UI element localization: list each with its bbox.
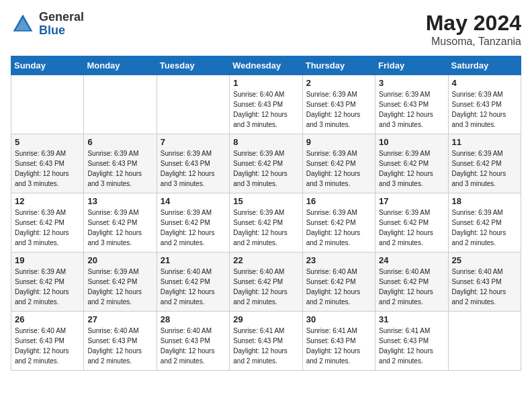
day-info: Sunrise: 6:41 AMSunset: 6:43 PMDaylight:… xyxy=(233,326,298,366)
day-info: Sunrise: 6:39 AMSunset: 6:42 PMDaylight:… xyxy=(15,267,80,307)
logo-icon xyxy=(11,12,35,36)
weekday-row: SundayMondayTuesdayWednesdayThursdayFrid… xyxy=(11,56,521,75)
day-info: Sunrise: 6:39 AMSunset: 6:43 PMDaylight:… xyxy=(379,89,444,130)
day-number: 17 xyxy=(379,196,444,206)
calendar-cell: 8Sunrise: 6:39 AMSunset: 6:42 PMDaylight… xyxy=(230,134,302,193)
day-info: Sunrise: 6:39 AMSunset: 6:43 PMDaylight:… xyxy=(452,89,517,130)
calendar-cell: 1Sunrise: 6:40 AMSunset: 6:43 PMDaylight… xyxy=(230,75,302,134)
day-number: 12 xyxy=(15,196,80,206)
calendar-cell xyxy=(157,75,229,134)
day-number: 8 xyxy=(233,137,298,147)
day-info: Sunrise: 6:39 AMSunset: 6:42 PMDaylight:… xyxy=(452,148,517,189)
day-number: 24 xyxy=(379,255,444,265)
calendar-cell: 31Sunrise: 6:41 AMSunset: 6:43 PMDayligh… xyxy=(375,312,448,371)
day-info: Sunrise: 6:39 AMSunset: 6:42 PMDaylight:… xyxy=(379,208,444,248)
calendar-table: SundayMondayTuesdayWednesdayThursdayFrid… xyxy=(11,56,521,371)
day-number: 1 xyxy=(233,78,298,88)
day-number: 15 xyxy=(233,196,298,206)
day-info: Sunrise: 6:39 AMSunset: 6:42 PMDaylight:… xyxy=(161,208,226,248)
day-number: 19 xyxy=(15,255,80,265)
calendar-cell: 17Sunrise: 6:39 AMSunset: 6:42 PMDayligh… xyxy=(375,193,448,253)
day-number: 3 xyxy=(379,78,444,88)
day-number: 23 xyxy=(306,255,371,265)
day-info: Sunrise: 6:40 AMSunset: 6:43 PMDaylight:… xyxy=(452,267,517,307)
calendar-cell: 15Sunrise: 6:39 AMSunset: 6:42 PMDayligh… xyxy=(230,193,302,253)
month-year: May 2024 xyxy=(426,11,521,36)
logo-general: General xyxy=(39,11,84,24)
day-number: 16 xyxy=(306,196,371,206)
day-number: 25 xyxy=(452,255,517,265)
calendar-cell: 6Sunrise: 6:39 AMSunset: 6:43 PMDaylight… xyxy=(84,134,157,193)
calendar-cell: 16Sunrise: 6:39 AMSunset: 6:42 PMDayligh… xyxy=(302,193,375,253)
day-number: 7 xyxy=(161,137,226,147)
day-info: Sunrise: 6:39 AMSunset: 6:42 PMDaylight:… xyxy=(306,148,371,189)
calendar-cell: 13Sunrise: 6:39 AMSunset: 6:42 PMDayligh… xyxy=(84,193,157,253)
day-info: Sunrise: 6:40 AMSunset: 6:42 PMDaylight:… xyxy=(306,267,371,307)
day-info: Sunrise: 6:39 AMSunset: 6:42 PMDaylight:… xyxy=(87,208,152,248)
weekday-header-saturday: Saturday xyxy=(448,56,521,75)
day-number: 9 xyxy=(306,137,371,147)
day-number: 2 xyxy=(306,78,371,88)
day-info: Sunrise: 6:39 AMSunset: 6:42 PMDaylight:… xyxy=(87,267,152,307)
day-number: 31 xyxy=(379,314,444,324)
week-row-4: 19Sunrise: 6:39 AMSunset: 6:42 PMDayligh… xyxy=(11,253,521,312)
calendar-cell: 5Sunrise: 6:39 AMSunset: 6:43 PMDaylight… xyxy=(11,134,84,193)
calendar-cell: 24Sunrise: 6:40 AMSunset: 6:42 PMDayligh… xyxy=(375,253,448,312)
weekday-header-tuesday: Tuesday xyxy=(157,56,229,75)
calendar-header: SundayMondayTuesdayWednesdayThursdayFrid… xyxy=(11,56,521,75)
day-number: 10 xyxy=(379,137,444,147)
day-number: 28 xyxy=(161,314,226,324)
calendar-cell: 27Sunrise: 6:40 AMSunset: 6:43 PMDayligh… xyxy=(84,312,157,371)
calendar-cell: 3Sunrise: 6:39 AMSunset: 6:43 PMDaylight… xyxy=(375,75,448,134)
location: Musoma, Tanzania xyxy=(426,36,521,48)
day-number: 13 xyxy=(87,196,152,206)
calendar-cell xyxy=(11,75,84,134)
calendar-cell: 4Sunrise: 6:39 AMSunset: 6:43 PMDaylight… xyxy=(448,75,521,134)
calendar-cell: 25Sunrise: 6:40 AMSunset: 6:43 PMDayligh… xyxy=(448,253,521,312)
day-info: Sunrise: 6:40 AMSunset: 6:43 PMDaylight:… xyxy=(233,89,298,130)
calendar-cell xyxy=(84,75,157,134)
day-info: Sunrise: 6:39 AMSunset: 6:43 PMDaylight:… xyxy=(87,148,152,189)
day-number: 26 xyxy=(15,314,80,324)
logo: General Blue xyxy=(11,11,84,38)
weekday-header-sunday: Sunday xyxy=(11,56,84,75)
day-info: Sunrise: 6:39 AMSunset: 6:42 PMDaylight:… xyxy=(306,208,371,248)
calendar-cell: 14Sunrise: 6:39 AMSunset: 6:42 PMDayligh… xyxy=(157,193,229,253)
day-info: Sunrise: 6:40 AMSunset: 6:42 PMDaylight:… xyxy=(379,267,444,307)
week-row-1: 1Sunrise: 6:40 AMSunset: 6:43 PMDaylight… xyxy=(11,75,521,134)
week-row-5: 26Sunrise: 6:40 AMSunset: 6:43 PMDayligh… xyxy=(11,312,521,371)
calendar-cell: 26Sunrise: 6:40 AMSunset: 6:43 PMDayligh… xyxy=(11,312,84,371)
calendar-cell: 23Sunrise: 6:40 AMSunset: 6:42 PMDayligh… xyxy=(302,253,375,312)
logo-blue: Blue xyxy=(39,24,84,38)
title-block: May 2024 Musoma, Tanzania xyxy=(426,11,521,48)
day-number: 14 xyxy=(161,196,226,206)
day-number: 27 xyxy=(87,314,152,324)
calendar-cell: 30Sunrise: 6:41 AMSunset: 6:43 PMDayligh… xyxy=(302,312,375,371)
day-info: Sunrise: 6:40 AMSunset: 6:43 PMDaylight:… xyxy=(15,326,80,366)
calendar-body: 1Sunrise: 6:40 AMSunset: 6:43 PMDaylight… xyxy=(11,75,521,371)
weekday-header-friday: Friday xyxy=(375,56,448,75)
week-row-2: 5Sunrise: 6:39 AMSunset: 6:43 PMDaylight… xyxy=(11,134,521,193)
day-info: Sunrise: 6:40 AMSunset: 6:43 PMDaylight:… xyxy=(161,326,226,366)
weekday-header-monday: Monday xyxy=(84,56,157,75)
day-info: Sunrise: 6:39 AMSunset: 6:42 PMDaylight:… xyxy=(233,208,298,248)
calendar-cell: 20Sunrise: 6:39 AMSunset: 6:42 PMDayligh… xyxy=(84,253,157,312)
calendar-cell: 11Sunrise: 6:39 AMSunset: 6:42 PMDayligh… xyxy=(448,134,521,193)
day-number: 30 xyxy=(306,314,371,324)
day-info: Sunrise: 6:39 AMSunset: 6:43 PMDaylight:… xyxy=(306,89,371,130)
day-info: Sunrise: 6:39 AMSunset: 6:42 PMDaylight:… xyxy=(233,148,298,189)
calendar-cell: 12Sunrise: 6:39 AMSunset: 6:42 PMDayligh… xyxy=(11,193,84,253)
weekday-header-wednesday: Wednesday xyxy=(230,56,302,75)
day-info: Sunrise: 6:41 AMSunset: 6:43 PMDaylight:… xyxy=(379,326,444,366)
calendar-cell: 9Sunrise: 6:39 AMSunset: 6:42 PMDaylight… xyxy=(302,134,375,193)
day-info: Sunrise: 6:39 AMSunset: 6:42 PMDaylight:… xyxy=(379,148,444,189)
day-info: Sunrise: 6:40 AMSunset: 6:43 PMDaylight:… xyxy=(87,326,152,366)
calendar-cell: 22Sunrise: 6:40 AMSunset: 6:42 PMDayligh… xyxy=(230,253,302,312)
day-info: Sunrise: 6:40 AMSunset: 6:42 PMDaylight:… xyxy=(161,267,226,307)
day-number: 11 xyxy=(452,137,517,147)
day-number: 22 xyxy=(233,255,298,265)
calendar-cell: 29Sunrise: 6:41 AMSunset: 6:43 PMDayligh… xyxy=(230,312,302,371)
logo-text: General Blue xyxy=(39,11,84,38)
calendar-cell: 2Sunrise: 6:39 AMSunset: 6:43 PMDaylight… xyxy=(302,75,375,134)
day-number: 21 xyxy=(161,255,226,265)
